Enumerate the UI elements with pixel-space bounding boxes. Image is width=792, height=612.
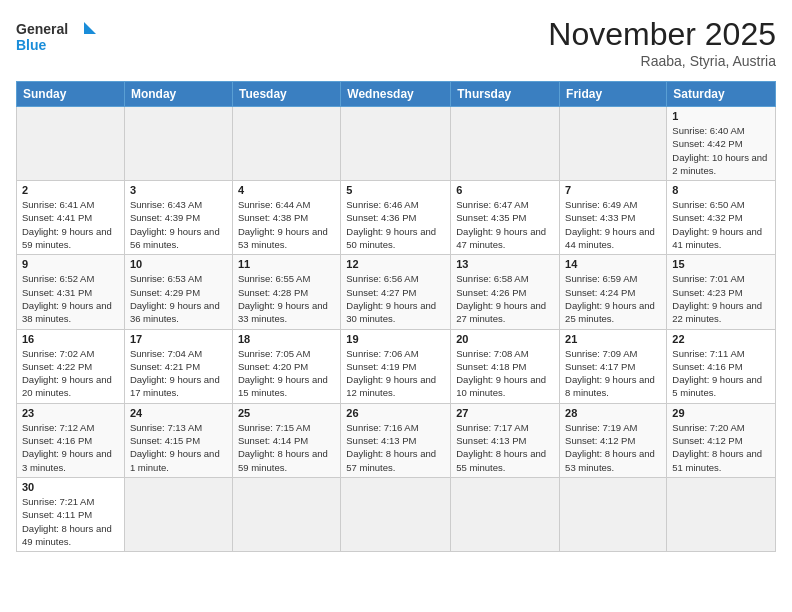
day-number: 16	[22, 333, 119, 345]
calendar-cell: 25Sunrise: 7:15 AMSunset: 4:14 PMDayligh…	[232, 403, 340, 477]
day-number: 8	[672, 184, 770, 196]
calendar-cell: 16Sunrise: 7:02 AMSunset: 4:22 PMDayligh…	[17, 329, 125, 403]
calendar-cell: 23Sunrise: 7:12 AMSunset: 4:16 PMDayligh…	[17, 403, 125, 477]
day-info: Sunrise: 7:04 AMSunset: 4:21 PMDaylight:…	[130, 347, 227, 400]
svg-text:General: General	[16, 21, 68, 37]
calendar-cell	[560, 477, 667, 551]
calendar-cell: 22Sunrise: 7:11 AMSunset: 4:16 PMDayligh…	[667, 329, 776, 403]
calendar-cell	[341, 477, 451, 551]
day-info: Sunrise: 6:52 AMSunset: 4:31 PMDaylight:…	[22, 272, 119, 325]
header-wednesday: Wednesday	[341, 82, 451, 107]
day-info: Sunrise: 7:12 AMSunset: 4:16 PMDaylight:…	[22, 421, 119, 474]
calendar-cell: 21Sunrise: 7:09 AMSunset: 4:17 PMDayligh…	[560, 329, 667, 403]
day-number: 2	[22, 184, 119, 196]
day-number: 6	[456, 184, 554, 196]
location: Raaba, Styria, Austria	[548, 53, 776, 69]
day-info: Sunrise: 6:44 AMSunset: 4:38 PMDaylight:…	[238, 198, 335, 251]
calendar-cell	[232, 107, 340, 181]
calendar-cell: 20Sunrise: 7:08 AMSunset: 4:18 PMDayligh…	[451, 329, 560, 403]
calendar-cell	[451, 107, 560, 181]
day-number: 28	[565, 407, 661, 419]
calendar-cell: 1Sunrise: 6:40 AMSunset: 4:42 PMDaylight…	[667, 107, 776, 181]
month-title: November 2025	[548, 16, 776, 53]
header-sunday: Sunday	[17, 82, 125, 107]
day-info: Sunrise: 7:08 AMSunset: 4:18 PMDaylight:…	[456, 347, 554, 400]
day-info: Sunrise: 6:47 AMSunset: 4:35 PMDaylight:…	[456, 198, 554, 251]
calendar-cell: 9Sunrise: 6:52 AMSunset: 4:31 PMDaylight…	[17, 255, 125, 329]
day-number: 18	[238, 333, 335, 345]
day-number: 7	[565, 184, 661, 196]
calendar-cell: 29Sunrise: 7:20 AMSunset: 4:12 PMDayligh…	[667, 403, 776, 477]
day-number: 21	[565, 333, 661, 345]
day-info: Sunrise: 6:50 AMSunset: 4:32 PMDaylight:…	[672, 198, 770, 251]
day-info: Sunrise: 6:59 AMSunset: 4:24 PMDaylight:…	[565, 272, 661, 325]
day-number: 30	[22, 481, 119, 493]
calendar-cell: 3Sunrise: 6:43 AMSunset: 4:39 PMDaylight…	[124, 181, 232, 255]
calendar-header-row: Sunday Monday Tuesday Wednesday Thursday…	[17, 82, 776, 107]
day-number: 10	[130, 258, 227, 270]
calendar-cell: 7Sunrise: 6:49 AMSunset: 4:33 PMDaylight…	[560, 181, 667, 255]
day-info: Sunrise: 6:43 AMSunset: 4:39 PMDaylight:…	[130, 198, 227, 251]
calendar-week-row: 23Sunrise: 7:12 AMSunset: 4:16 PMDayligh…	[17, 403, 776, 477]
day-number: 14	[565, 258, 661, 270]
day-info: Sunrise: 7:21 AMSunset: 4:11 PMDaylight:…	[22, 495, 119, 548]
day-info: Sunrise: 7:19 AMSunset: 4:12 PMDaylight:…	[565, 421, 661, 474]
calendar-cell: 19Sunrise: 7:06 AMSunset: 4:19 PMDayligh…	[341, 329, 451, 403]
calendar: Sunday Monday Tuesday Wednesday Thursday…	[16, 81, 776, 552]
calendar-week-row: 9Sunrise: 6:52 AMSunset: 4:31 PMDaylight…	[17, 255, 776, 329]
day-info: Sunrise: 7:11 AMSunset: 4:16 PMDaylight:…	[672, 347, 770, 400]
calendar-week-row: 1Sunrise: 6:40 AMSunset: 4:42 PMDaylight…	[17, 107, 776, 181]
logo-svg: GeneralBlue	[16, 16, 106, 58]
day-number: 25	[238, 407, 335, 419]
day-info: Sunrise: 7:20 AMSunset: 4:12 PMDaylight:…	[672, 421, 770, 474]
day-info: Sunrise: 6:49 AMSunset: 4:33 PMDaylight:…	[565, 198, 661, 251]
header-tuesday: Tuesday	[232, 82, 340, 107]
day-info: Sunrise: 6:55 AMSunset: 4:28 PMDaylight:…	[238, 272, 335, 325]
day-number: 5	[346, 184, 445, 196]
header-saturday: Saturday	[667, 82, 776, 107]
page-header: GeneralBlue November 2025 Raaba, Styria,…	[16, 16, 776, 69]
day-number: 20	[456, 333, 554, 345]
calendar-cell	[17, 107, 125, 181]
calendar-cell: 30Sunrise: 7:21 AMSunset: 4:11 PMDayligh…	[17, 477, 125, 551]
calendar-cell: 26Sunrise: 7:16 AMSunset: 4:13 PMDayligh…	[341, 403, 451, 477]
day-number: 17	[130, 333, 227, 345]
day-number: 13	[456, 258, 554, 270]
calendar-cell: 27Sunrise: 7:17 AMSunset: 4:13 PMDayligh…	[451, 403, 560, 477]
header-thursday: Thursday	[451, 82, 560, 107]
day-number: 15	[672, 258, 770, 270]
calendar-cell: 4Sunrise: 6:44 AMSunset: 4:38 PMDaylight…	[232, 181, 340, 255]
svg-text:Blue: Blue	[16, 37, 47, 53]
header-friday: Friday	[560, 82, 667, 107]
calendar-cell: 14Sunrise: 6:59 AMSunset: 4:24 PMDayligh…	[560, 255, 667, 329]
day-info: Sunrise: 6:53 AMSunset: 4:29 PMDaylight:…	[130, 272, 227, 325]
day-info: Sunrise: 6:46 AMSunset: 4:36 PMDaylight:…	[346, 198, 445, 251]
day-number: 27	[456, 407, 554, 419]
day-info: Sunrise: 7:15 AMSunset: 4:14 PMDaylight:…	[238, 421, 335, 474]
calendar-cell: 28Sunrise: 7:19 AMSunset: 4:12 PMDayligh…	[560, 403, 667, 477]
day-info: Sunrise: 7:01 AMSunset: 4:23 PMDaylight:…	[672, 272, 770, 325]
calendar-week-row: 30Sunrise: 7:21 AMSunset: 4:11 PMDayligh…	[17, 477, 776, 551]
calendar-cell	[232, 477, 340, 551]
day-info: Sunrise: 6:56 AMSunset: 4:27 PMDaylight:…	[346, 272, 445, 325]
day-number: 26	[346, 407, 445, 419]
day-number: 9	[22, 258, 119, 270]
day-number: 29	[672, 407, 770, 419]
calendar-cell: 10Sunrise: 6:53 AMSunset: 4:29 PMDayligh…	[124, 255, 232, 329]
day-number: 12	[346, 258, 445, 270]
day-info: Sunrise: 7:02 AMSunset: 4:22 PMDaylight:…	[22, 347, 119, 400]
calendar-cell	[341, 107, 451, 181]
calendar-week-row: 2Sunrise: 6:41 AMSunset: 4:41 PMDaylight…	[17, 181, 776, 255]
calendar-cell: 11Sunrise: 6:55 AMSunset: 4:28 PMDayligh…	[232, 255, 340, 329]
day-number: 22	[672, 333, 770, 345]
title-area: November 2025 Raaba, Styria, Austria	[548, 16, 776, 69]
calendar-cell: 8Sunrise: 6:50 AMSunset: 4:32 PMDaylight…	[667, 181, 776, 255]
calendar-cell	[451, 477, 560, 551]
calendar-cell: 2Sunrise: 6:41 AMSunset: 4:41 PMDaylight…	[17, 181, 125, 255]
day-info: Sunrise: 7:06 AMSunset: 4:19 PMDaylight:…	[346, 347, 445, 400]
calendar-cell	[560, 107, 667, 181]
day-number: 23	[22, 407, 119, 419]
day-number: 24	[130, 407, 227, 419]
day-info: Sunrise: 6:41 AMSunset: 4:41 PMDaylight:…	[22, 198, 119, 251]
calendar-cell: 17Sunrise: 7:04 AMSunset: 4:21 PMDayligh…	[124, 329, 232, 403]
